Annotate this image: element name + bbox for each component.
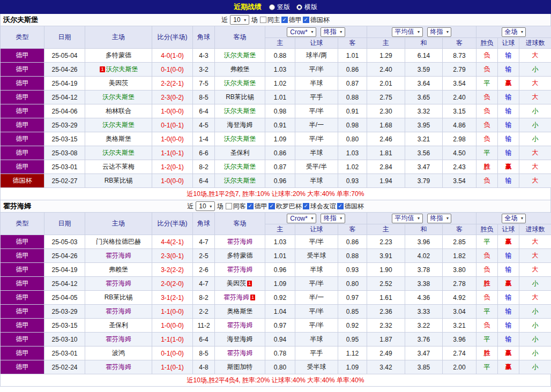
team-name[interactable]: 沃尔夫斯堡 bbox=[224, 177, 256, 184]
bookmaker-select[interactable]: Crow*▼ bbox=[287, 27, 316, 37]
section-header-0: 沃尔夫斯堡 近 10▼ 场 同主德甲德国杯 bbox=[0, 14, 551, 26]
checkbox-unchecked-icon[interactable] bbox=[226, 203, 232, 209]
checkbox-checked-icon[interactable] bbox=[303, 17, 309, 23]
filter-checkbox[interactable]: 德甲 bbox=[281, 16, 302, 25]
team-name[interactable]: 霍芬海姆 bbox=[106, 335, 131, 343]
team-name[interactable]: 霍芬海姆 bbox=[227, 266, 253, 273]
chevron-down-icon: ▼ bbox=[417, 30, 421, 34]
team-name[interactable]: 美因茨 bbox=[109, 79, 128, 87]
scope-select[interactable]: 全场▼ bbox=[502, 27, 526, 37]
checkbox-checked-icon[interactable] bbox=[337, 203, 344, 209]
filter-checkbox[interactable]: 德甲 bbox=[247, 202, 267, 211]
odds-home: 0.86 bbox=[265, 146, 295, 160]
league-type: 德甲 bbox=[1, 77, 44, 91]
team-name[interactable]: 圣保利 bbox=[109, 321, 128, 329]
filter-bar: 近 10▼ 场 同主德甲德国杯 bbox=[221, 15, 329, 25]
match-count-select[interactable]: 10▼ bbox=[196, 201, 214, 211]
checkbox-checked-icon[interactable] bbox=[247, 203, 254, 209]
version-radio[interactable]: 竖版 bbox=[269, 3, 290, 12]
team-name[interactable]: 门兴格拉德巴赫 bbox=[96, 238, 141, 245]
summary-1: 近10场,胜2平4负4, 胜率:20% 让球率:40% 大率:40% 单率:40… bbox=[0, 374, 551, 387]
team-name[interactable]: 沃尔夫斯堡 bbox=[106, 65, 138, 73]
result: 负 bbox=[476, 132, 498, 146]
team-name[interactable]: 霍芬海姆 bbox=[106, 363, 131, 371]
col-avg-away: 客 bbox=[443, 224, 476, 235]
filter-checkbox[interactable]: 欧罗巴杯 bbox=[269, 202, 302, 211]
team-name[interactable]: 海登海姆 bbox=[227, 335, 253, 343]
team-name[interactable]: 霍芬海姆 bbox=[106, 307, 131, 315]
odds-home: 1.09 bbox=[265, 277, 295, 291]
odds-stage-value: 终指 bbox=[324, 27, 337, 36]
team-name[interactable]: 霍芬海姆 bbox=[106, 280, 131, 287]
corner-score: 11-2 bbox=[193, 319, 215, 333]
filter-checkbox[interactable]: 德国杯 bbox=[337, 202, 364, 211]
avg-away-odds: 2.40 bbox=[443, 91, 476, 104]
result: 负 bbox=[476, 91, 498, 104]
team-name[interactable]: 霍芬海姆 bbox=[106, 252, 131, 259]
avg-home-odds: 1.94 bbox=[367, 174, 405, 188]
odds-stage-select[interactable]: 终指▼ bbox=[321, 27, 345, 37]
league-type: 德甲 bbox=[1, 360, 44, 374]
avg-select[interactable]: 平均值▼ bbox=[392, 214, 423, 223]
team-name[interactable]: 奥格斯堡 bbox=[106, 135, 131, 142]
team-name[interactable]: 沃尔夫斯堡 bbox=[224, 135, 256, 142]
team-name[interactable]: 沃尔夫斯堡 bbox=[102, 149, 135, 156]
team-name[interactable]: RB莱比锡 bbox=[105, 177, 133, 184]
handicap-result: 输 bbox=[498, 249, 519, 263]
team-name[interactable]: 多特蒙德 bbox=[106, 51, 131, 59]
odds-stage-select[interactable]: 终指▼ bbox=[321, 214, 345, 223]
team-name[interactable]: 沃尔夫斯堡 bbox=[102, 93, 135, 101]
result: 胜 bbox=[476, 346, 498, 360]
team-name[interactable]: 霍芬海姆 bbox=[227, 321, 253, 329]
match-row: 德国杯25-02-27RB莱比锡1-0(0-0)6-4沃尔夫斯堡0.96半球0.… bbox=[1, 174, 551, 188]
filter-checkbox-label: 球会友谊 bbox=[310, 202, 336, 211]
avg-away-odds: 3.21 bbox=[443, 319, 476, 333]
team-name[interactable]: 美因茨 bbox=[227, 280, 246, 287]
team-name[interactable]: 斯图加特 bbox=[227, 363, 253, 371]
avg-away-odds: 4.50 bbox=[443, 146, 476, 160]
team-name[interactable]: 弗赖堡 bbox=[109, 266, 128, 273]
handicap: 平/半 bbox=[295, 235, 338, 249]
team-name[interactable]: 云达不莱梅 bbox=[102, 163, 135, 170]
team-name[interactable]: 沃尔夫斯堡 bbox=[224, 163, 256, 170]
team-name[interactable]: 沃尔夫斯堡 bbox=[224, 107, 256, 115]
checkbox-checked-icon[interactable] bbox=[269, 203, 275, 209]
filter-checkbox[interactable]: 球会友谊 bbox=[303, 202, 336, 211]
radio-icon[interactable] bbox=[296, 4, 302, 10]
scope-select[interactable]: 全场▼ bbox=[502, 214, 526, 223]
version-radio-selected[interactable]: 横版 bbox=[296, 3, 317, 12]
team-name[interactable]: 圣保利 bbox=[230, 149, 250, 156]
filter-checkbox[interactable]: 同客 bbox=[226, 202, 246, 211]
avg-away-odds: 3.54 bbox=[443, 174, 476, 188]
team-name[interactable]: 波鸿 bbox=[112, 349, 125, 357]
version-radio-label: 竖版 bbox=[277, 3, 290, 12]
team-name[interactable]: 弗赖堡 bbox=[230, 65, 250, 73]
checkbox-checked-icon[interactable] bbox=[281, 17, 288, 23]
checkbox-unchecked-icon[interactable] bbox=[260, 17, 266, 23]
radio-icon[interactable] bbox=[269, 4, 275, 10]
team-name[interactable]: RB莱比锡 bbox=[226, 93, 254, 101]
team-name[interactable]: 沃尔夫斯堡 bbox=[224, 79, 256, 87]
team-name[interactable]: 海登海姆 bbox=[227, 121, 253, 129]
team-name[interactable]: 霍芬海姆 bbox=[224, 293, 249, 301]
checkbox-checked-icon[interactable] bbox=[303, 203, 309, 209]
filter-checkbox[interactable]: 德国杯 bbox=[303, 16, 330, 25]
team-name[interactable]: 霍芬海姆 bbox=[227, 349, 253, 357]
bookmaker-select[interactable]: Crow*▼ bbox=[287, 214, 316, 223]
team-name[interactable]: 沃尔夫斯堡 bbox=[224, 51, 256, 59]
match-date: 25-03-01 bbox=[44, 346, 85, 360]
avg-home-odds: 2.75 bbox=[367, 91, 405, 104]
avg-select[interactable]: 平均值▼ bbox=[392, 27, 423, 37]
team-name[interactable]: 柏林联合 bbox=[106, 107, 131, 115]
avg-stage-select[interactable]: 终指▼ bbox=[427, 214, 452, 223]
team-name[interactable]: 沃尔夫斯堡 bbox=[102, 121, 135, 129]
filter-checkbox[interactable]: 同主 bbox=[260, 16, 280, 25]
match-row: 德甲25-03-15圣保利1-0(0-0)11-2霍芬海姆0.97平/半0.92… bbox=[1, 319, 551, 333]
team-name[interactable]: 霍芬海姆 bbox=[227, 238, 253, 245]
team-name[interactable]: 多特蒙德 bbox=[227, 252, 253, 259]
team-name[interactable]: 奥格斯堡 bbox=[227, 307, 253, 315]
match-count-select[interactable]: 10▼ bbox=[230, 15, 249, 25]
odds-home: 0.88 bbox=[265, 49, 295, 63]
team-name[interactable]: RB莱比锡 bbox=[105, 293, 133, 301]
avg-stage-select[interactable]: 终指▼ bbox=[427, 27, 452, 37]
